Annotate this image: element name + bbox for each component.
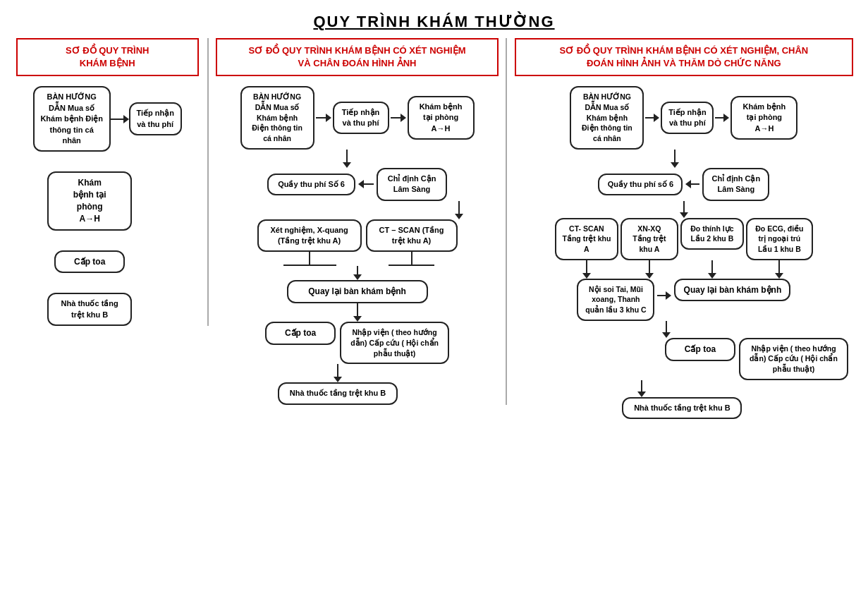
col2-chi-dinh: Chỉ định Cận Lâm Sàng	[377, 168, 447, 201]
col2-quay-thu-phi: Quầy thu phí Số 6	[267, 174, 355, 195]
col3-branch-arrows	[511, 260, 857, 279]
col3-arrow-area	[511, 150, 857, 168]
col3-arrow-noisoi-quaylai	[657, 291, 671, 300]
col3-chi-dinh: Chỉ định Cận Lâm Sàng	[702, 168, 769, 201]
col3-quay-thu-phi: Quầy thu phí số 6	[598, 174, 683, 195]
col3-branch-thinh: Đo thính lực Lầu 2 khu B	[680, 218, 744, 250]
col1-tiep-nhan: Tiếp nhận và thu phí	[129, 102, 182, 135]
col2-arrow-area	[213, 150, 501, 168]
col3-arrow-area4	[511, 380, 857, 397]
col3-arrow-area3	[511, 321, 857, 338]
col2-kham-benh: Khám bệnh tại phòng A→H	[408, 96, 475, 140]
col2-xet-nghiem: Xét nghiệm, X-quang (Tầng trệt khu A)	[257, 219, 362, 253]
col3-branch-row: CT- SCAN Tầng trệt khu A XN-XQ Tầng trệt…	[511, 218, 857, 260]
col1-nha-thuoc: Nhà thuốc tầng trệt khu B	[47, 293, 132, 326]
col3-noi-soi-row: Nội soi Tai, Mũi xoang, Thanh quản lầu 3…	[511, 279, 857, 321]
col3-mid-row: Quầy thu phí số 6 Chỉ định Cận Lâm Sàng	[511, 168, 857, 201]
col3-branch-xn: XN-XQ Tầng trệt khu A	[621, 218, 678, 260]
col3-noi-soi: Nội soi Tai, Mũi xoang, Thanh quản lầu 3…	[577, 279, 654, 321]
col2-arrow-r1	[316, 114, 331, 122]
column-2: SƠ ĐỒ QUY TRÌNH KHÁM BỆNH CÓ XÉT NGHIỆM …	[209, 38, 506, 405]
column-1: SƠ ĐỒ QUY TRÌNH KHÁM BỆNH BÀN HƯỚNG DẪN …	[7, 38, 209, 326]
col2-arrow-area2	[194, 364, 482, 382]
col3-arrow-d2	[677, 201, 691, 218]
col2-nhap-vien: Nhập viện ( theo hướng dẫn) Cấp cứu ( Hộ…	[340, 322, 449, 364]
col2-arrow-d1	[340, 150, 354, 168]
page-title: QUY TRÌNH KHÁM THƯỜNG	[0, 0, 868, 38]
col3-nha-thuoc: Nhà thuốc tầng trệt khu B	[622, 397, 742, 419]
col3-do-thinh-luc: Đo thính lực Lầu 2 khu B	[680, 218, 744, 250]
col3-ban-huong-dan: BÀN HƯỚNG DẪN Mua số Khám bệnh Điện thôn…	[570, 86, 644, 149]
col2-ban-huong-dan: BÀN HƯỚNG DẪN Mua số Khám bệnh Điện thôn…	[240, 86, 314, 149]
col2-mid-row: Quầy thu phí Số 6 Chỉ định Cận Lâm Sàng	[213, 168, 501, 201]
col3-arrow-left	[685, 180, 699, 188]
col2-arrow-left	[358, 180, 374, 188]
col2-header: SƠ ĐỒ QUY TRÌNH KHÁM BỆNH CÓ XÉT NGHIỆM …	[216, 38, 498, 76]
col2-top-row: BÀN HƯỚNG DẪN Mua số Khám bệnh Điện thôn…	[213, 86, 501, 149]
col2-quay-lai: Quay lại bàn khám bệnh	[287, 280, 428, 303]
col2-arrow-d3	[350, 266, 365, 280]
col3-do-ecg: Đo ECG, điều trị ngoại trú Lầu 1 khu B	[746, 218, 813, 260]
col3-bottom-split: Cấp toa Nhập viện ( theo hướng dẫn) Cấp …	[511, 338, 857, 380]
col2-ct-scan: CT – SCAN (Tầng trệt khu A)	[366, 219, 458, 253]
col2-bottom-split: Cấp toa Nhập viện ( theo hướng dẫn) Cấp …	[213, 322, 501, 364]
col3-quay-lai: Quay lại bàn khám bệnh	[674, 279, 790, 302]
col3-arrow-d5	[635, 380, 649, 397]
col3-ct-scan: CT- SCAN Tầng trệt khu A	[555, 218, 618, 260]
arrow-right-1	[111, 115, 129, 123]
col2-cap-toa: Cấp toa	[265, 322, 336, 345]
col2-arrow-r2	[391, 114, 406, 122]
col3-header: SƠ ĐỒ QUY TRÌNH KHÁM BỆNH CÓ XÉT NGHIỆM,…	[515, 38, 853, 76]
col1-header: SƠ ĐỒ QUY TRÌNH KHÁM BỆNH	[16, 38, 199, 76]
col3-kham-benh: Khám bệnh tại phòng A→H	[731, 96, 797, 140]
col3-arrow-r2	[715, 114, 729, 122]
col2-tiep-nhan: Tiếp nhận và thu phí	[333, 102, 389, 135]
col1-ban-huong-dan: BÀN HƯỚNG DẪN Mua số Khám bệnh Điện thôn…	[33, 86, 111, 152]
col1-cap-toa: Cấp toa	[54, 250, 125, 274]
col2-nha-thuoc: Nhà thuốc tầng trệt khu B	[278, 382, 398, 404]
col3-arrow-r1	[645, 114, 659, 122]
col2-arrow-d2	[452, 201, 466, 219]
col2-arrow-d4	[350, 303, 365, 322]
col2-split-row: Xét nghiệm, X-quang (Tầng trệt khu A) CT…	[213, 219, 501, 253]
row-ban-tiep: BÀN HƯỚNG DẪN Mua số Khám bệnh Điện thôn…	[11, 86, 203, 152]
col3-xn-xq: XN-XQ Tầng trệt khu A	[621, 218, 678, 260]
col3-branch-ecg: Đo ECG, điều trị ngoại trú Lầu 1 khu B	[746, 218, 813, 260]
col2-arrow-d5	[331, 364, 345, 382]
col3-cap-toa: Cấp toa	[665, 338, 735, 361]
col3-branch-ct: CT- SCAN Tầng trệt khu A	[555, 218, 618, 260]
col3-nhap-vien: Nhập viện ( theo hướng dẫn) Cấp cứu ( Hộ…	[739, 338, 848, 380]
col3-tiep-nhan: Tiếp nhận và thu phí	[661, 102, 714, 135]
col1-kham-benh: Khám bệnh tại phòng A→H	[47, 171, 132, 230]
col3-top-row: BÀN HƯỚNG DẪN Mua số Khám bệnh Điện thôn…	[511, 86, 857, 149]
col3-arrow-d1	[668, 150, 682, 168]
column-3: SƠ ĐỒ QUY TRÌNH KHÁM BỆNH CÓ XÉT NGHIỆM,…	[507, 38, 861, 419]
col3-arrow-d4	[659, 321, 673, 338]
col2-converge	[213, 252, 501, 265]
